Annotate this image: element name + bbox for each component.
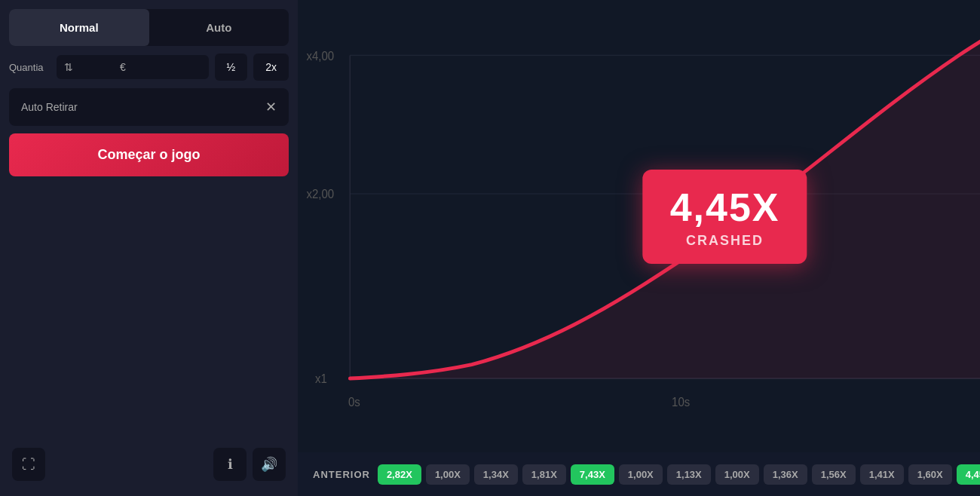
history-items: 2,82X1,00X1,34X1,81X7,43X1,00X1,13X1,00X… [378, 464, 980, 485]
history-item[interactable]: 1,41X [860, 464, 904, 485]
svg-text:x2,00: x2,00 [307, 188, 335, 201]
mode-tabs: Normal Auto [9, 9, 289, 46]
up-down-icon: ⇅ [64, 61, 73, 73]
svg-text:10s: 10s [672, 395, 690, 408]
tab-normal[interactable]: Normal [9, 9, 149, 46]
start-game-button[interactable]: Começar o jogo [9, 133, 289, 176]
anterior-label: ANTERIOR [313, 469, 370, 480]
info-icon: ℹ [228, 456, 233, 473]
history-item[interactable]: 1,00X [715, 464, 759, 485]
history-item[interactable]: 1,56X [812, 464, 856, 485]
bottom-icons: ⛶ ℹ 🔊 [9, 442, 289, 487]
auto-withdraw-close-button[interactable]: ✕ [265, 99, 277, 115]
svg-text:0s: 0s [348, 395, 360, 408]
bottom-bar: ANTERIOR 2,82X1,00X1,34X1,81X7,43X1,00X1… [298, 452, 980, 496]
amount-input-wrapper: ⇅ € [57, 55, 209, 79]
currency-symbol: € [120, 61, 126, 73]
crash-display: 4,45X CRASHED [643, 170, 807, 264]
svg-text:x1: x1 [315, 372, 327, 385]
history-item[interactable]: 1,34X [474, 464, 518, 485]
info-button[interactable]: ℹ [213, 448, 247, 481]
chart-area: ⊞ x4,00 x2,00 x1 0s 10s 20s [298, 0, 980, 452]
history-item[interactable]: 1,00X [619, 464, 663, 485]
double-button[interactable]: 2x [253, 54, 289, 81]
fullscreen-icon: ⛶ [22, 457, 35, 473]
chart-svg: x4,00 x2,00 x1 0s 10s 20s [298, 0, 980, 452]
svg-text:x4,00: x4,00 [307, 49, 335, 62]
crash-multiplier: 4,45X [670, 185, 780, 230]
history-item[interactable]: 1,81X [522, 464, 566, 485]
half-button[interactable]: ½ [215, 54, 248, 81]
amount-row: Quantia ⇅ € ½ 2x [9, 54, 289, 81]
history-item[interactable]: 1,36X [764, 464, 807, 485]
right-panel: ⊞ x4,00 x2,00 x1 0s 10s 20s [298, 0, 980, 496]
history-item[interactable]: 2,82X [378, 464, 421, 485]
history-item[interactable]: 1,60X [908, 464, 952, 485]
auto-withdraw-row: Auto Retirar ✕ [9, 88, 289, 126]
auto-withdraw-label: Auto Retirar [21, 101, 78, 113]
amount-input[interactable] [78, 61, 115, 73]
left-panel: Normal Auto Quantia ⇅ € ½ 2x Auto Retira… [0, 0, 298, 496]
history-item[interactable]: 1,13X [667, 464, 711, 485]
tab-auto[interactable]: Auto [149, 9, 289, 46]
sound-button[interactable]: 🔊 [253, 448, 286, 481]
history-item[interactable]: 7,43X [571, 464, 614, 485]
crash-label: CRASHED [670, 233, 780, 249]
history-item[interactable]: 1,00X [426, 464, 470, 485]
fullscreen-button[interactable]: ⛶ [12, 448, 45, 481]
amount-label: Quantia [9, 62, 51, 73]
sound-icon: 🔊 [261, 456, 277, 473]
history-item[interactable]: 4,45X [957, 464, 980, 485]
